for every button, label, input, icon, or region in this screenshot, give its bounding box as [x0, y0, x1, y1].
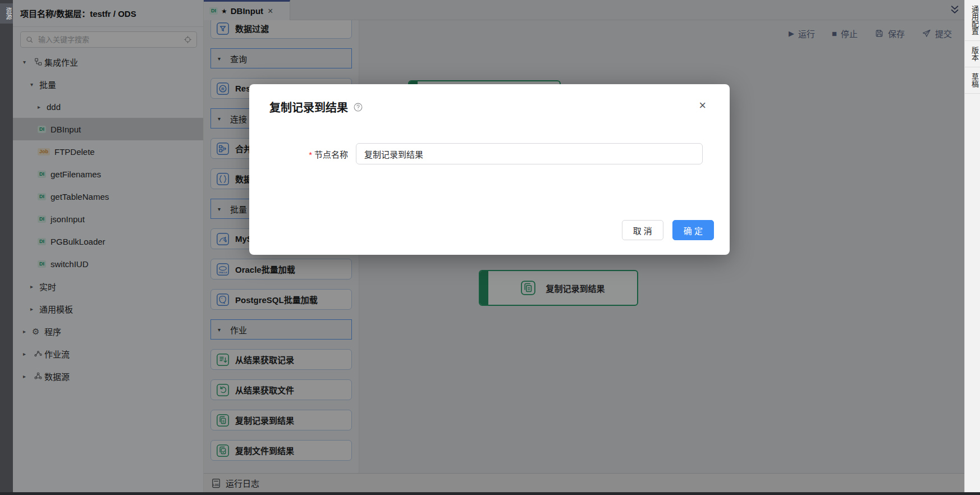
modal-close-icon[interactable]: × [699, 99, 706, 112]
node-name-label: *节点名称 [249, 148, 348, 160]
modal-title: 复制记录到结果 [269, 99, 348, 115]
rail-tab-common-config[interactable]: 通用配置 [965, 0, 980, 41]
rail-tab-draft[interactable]: 草稿 [965, 67, 980, 94]
cancel-button[interactable]: 取 消 [622, 220, 663, 240]
resources-rail-tab[interactable]: 资源 [0, 3, 13, 24]
left-rail: 资源 [0, 0, 13, 492]
ok-button[interactable]: 确 定 [672, 220, 714, 240]
rail-tab-version[interactable]: 版本 [965, 41, 980, 67]
required-asterisk: * [309, 150, 312, 159]
help-icon[interactable] [353, 102, 363, 112]
node-settings-modal: 复制记录到结果 × *节点名称 取 消 确 定 [249, 84, 730, 255]
window-bottom-edge [0, 492, 980, 495]
right-rail: 通用配置版本草稿 [964, 0, 980, 492]
node-name-input[interactable] [356, 143, 703, 164]
